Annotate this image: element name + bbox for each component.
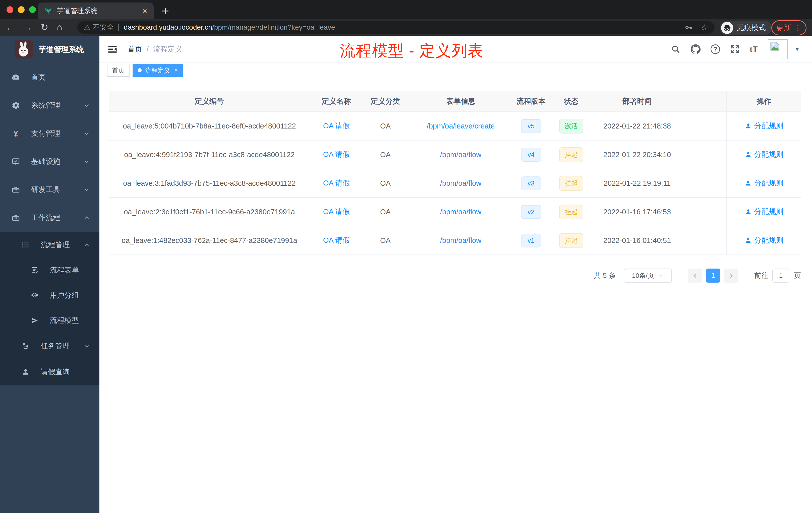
sidebar-item-process-management[interactable]: 流程管理 [0, 232, 99, 258]
sidebar-item-label: 用户分组 [50, 291, 79, 300]
definition-name-link[interactable]: OA 请假 [323, 179, 350, 187]
form-link[interactable]: /bpm/oa/flow [440, 236, 481, 244]
sidebar-item-label: 研发工具 [31, 185, 60, 195]
sidebar-item-process-form[interactable]: 流程表单 [0, 258, 99, 283]
tab-strip: 芋道管理系统 × + [0, 0, 812, 19]
assign-rule-link[interactable]: 分配规则 [745, 178, 783, 188]
column-header: 状态 [549, 96, 594, 107]
forward-icon[interactable]: → [23, 22, 32, 33]
github-icon[interactable] [691, 44, 700, 54]
new-tab-button[interactable]: + [162, 3, 169, 18]
page-size-select[interactable]: 10条/页 [624, 269, 672, 282]
browser-chrome: 芋道管理系统 × + ← → ↻ ⌂ ⚠ 不安全 dashboard.yudao… [0, 0, 812, 36]
tag-process-definition[interactable]: 流程定义 × [133, 64, 183, 77]
column-header: 表单信息 [408, 96, 514, 107]
browser-toolbar: ← → ↻ ⌂ ⚠ 不安全 dashboard.yudao.iocoder.cn… [0, 19, 812, 36]
chevron-down-icon [658, 273, 664, 278]
prev-page-button[interactable] [688, 269, 702, 282]
sidebar-item-infrastructure[interactable]: 基础设施 [0, 148, 99, 176]
assign-rule-link[interactable]: 分配规则 [745, 121, 783, 131]
goto-page-input[interactable] [772, 269, 789, 282]
incognito-badge[interactable]: 无痕模式 [720, 21, 772, 35]
sidebar-item-leave-query[interactable]: 请假查询 [0, 359, 99, 385]
bookmark-star-icon[interactable]: ☆ [700, 22, 708, 32]
table-row: oa_leave:4:991f2193-7b7f-11ec-a3c8-acde4… [109, 141, 801, 169]
password-key-icon[interactable] [685, 23, 693, 32]
reload-icon[interactable]: ↻ [41, 22, 48, 33]
status-badge: 挂起 [559, 205, 583, 219]
sidebar-item-user-group[interactable]: 用户分组 [0, 283, 99, 308]
avatar[interactable] [768, 39, 788, 59]
sidebar-collapse-icon[interactable] [107, 44, 118, 55]
sidebar-logo[interactable]: 芋道管理系统 [0, 36, 99, 63]
gear-icon [11, 101, 20, 110]
sidebar-item-label: 基础设施 [31, 157, 60, 167]
url-divider [118, 24, 119, 31]
assign-rule-link[interactable]: 分配规则 [745, 150, 783, 160]
form-link[interactable]: /bpm/oa/flow [440, 151, 481, 159]
definition-name-link[interactable]: OA 请假 [323, 122, 350, 130]
avatar-caret-down-icon[interactable]: ▼ [794, 46, 800, 53]
table-header-row: 定义编号 定义名称 定义分类 表单信息 流程版本 状态 部署时间 操作 [109, 91, 801, 112]
definition-name-link[interactable]: OA 请假 [323, 208, 350, 216]
browser-menu-dots-icon[interactable]: ⋮ [794, 24, 802, 32]
deploy-time: 2022-01-22 20:34:10 [594, 151, 680, 159]
window-minimize-button[interactable] [18, 6, 25, 13]
tab-close-icon[interactable]: × [142, 6, 147, 15]
user-icon [745, 180, 752, 187]
chevron-up-icon [83, 215, 90, 221]
window-zoom-button[interactable] [29, 6, 36, 13]
assign-rule-link[interactable]: 分配规则 [745, 235, 783, 245]
people-icon [31, 292, 39, 299]
tag-close-icon[interactable]: × [174, 67, 178, 73]
browser-tab[interactable]: 芋道管理系统 × [38, 2, 154, 19]
home-icon[interactable]: ⌂ [57, 22, 62, 33]
version-badge: v3 [521, 176, 541, 190]
next-page-button[interactable] [724, 269, 738, 282]
help-icon[interactable]: ? [710, 44, 720, 54]
window-close-button[interactable] [6, 6, 13, 13]
form-link[interactable]: /bpm/oa/leave/create [427, 122, 495, 130]
tag-active-dot [138, 68, 142, 72]
sidebar-item-system[interactable]: 系统管理 [0, 91, 99, 119]
monitor-icon [11, 157, 20, 166]
definition-id: oa_leave:5:004b710b-7b8a-11ec-8ef0-acde4… [109, 122, 310, 130]
tag-home[interactable]: 首页 [107, 64, 129, 77]
fullscreen-icon[interactable] [730, 44, 740, 54]
definition-name-link[interactable]: OA 请假 [323, 236, 350, 244]
sidebar-item-payment[interactable]: ¥ 支付管理 [0, 119, 99, 148]
tab-favicon-plant-icon [44, 7, 52, 15]
back-icon[interactable]: ← [5, 22, 14, 33]
form-link[interactable]: /bpm/oa/flow [440, 208, 481, 216]
breadcrumb-separator: / [147, 45, 149, 54]
org-tree-icon [22, 342, 30, 350]
assign-rule-label: 分配规则 [754, 150, 783, 160]
sidebar-item-home[interactable]: 首页 [0, 63, 99, 91]
browser-update-button[interactable]: 更新 ⋮ [771, 20, 807, 35]
breadcrumb-home[interactable]: 首页 [127, 44, 142, 54]
url-bar[interactable]: ⚠ 不安全 dashboard.yudao.iocoder.cn/bpm/man… [77, 21, 715, 34]
chevron-down-icon [83, 343, 90, 350]
definition-name-link[interactable]: OA 请假 [323, 150, 350, 158]
font-size-icon[interactable]: tT [750, 45, 758, 54]
breadcrumb: 首页 / 流程定义 [127, 36, 182, 63]
sidebar-item-dev-tools[interactable]: 研发工具 [0, 176, 99, 204]
version-badge: v5 [521, 119, 541, 133]
toolbox-icon [11, 185, 20, 194]
page-number-button[interactable]: 1 [706, 269, 720, 282]
form-icon [31, 266, 39, 274]
sidebar-item-task-management[interactable]: 任务管理 [0, 333, 99, 359]
send-icon [31, 316, 39, 325]
status-badge: 挂起 [559, 233, 583, 248]
url-path: /bpm/manager/definition?key=oa_leave [212, 23, 335, 31]
update-label: 更新 [776, 23, 791, 33]
search-icon[interactable] [671, 44, 680, 54]
workflow-submenu: 流程管理 流程表单 [0, 232, 99, 385]
browser-nav-buttons: ← → ↻ ⌂ [5, 19, 62, 36]
dashboard-icon [11, 73, 20, 82]
definition-category: OA [363, 236, 408, 245]
sidebar-item-workflow[interactable]: 工作流程 [0, 204, 99, 232]
form-link[interactable]: /bpm/oa/flow [440, 179, 481, 187]
assign-rule-link[interactable]: 分配规则 [745, 207, 783, 217]
sidebar-item-process-model[interactable]: 流程模型 [0, 308, 99, 333]
